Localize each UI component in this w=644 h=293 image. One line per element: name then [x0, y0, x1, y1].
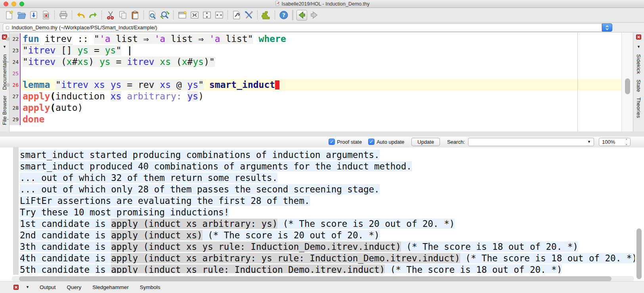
tab-symbols[interactable]: Symbols	[140, 284, 161, 290]
close-buffer-button[interactable]	[40, 10, 51, 21]
tab-output[interactable]: Output	[40, 284, 56, 290]
code-line: "itrev (x#xs) ys = itrev xs (x#ys)"	[21, 56, 621, 68]
plugin-manager-button[interactable]	[261, 10, 271, 21]
fold-marker-icon[interactable]	[6, 83, 10, 87]
output-text: (* The score is 18 out of 20. *)	[460, 253, 635, 263]
split-vertical-button[interactable]	[214, 10, 224, 21]
output-text: LiFtEr assertions are evaluating the fir…	[20, 196, 310, 206]
buffer-dropdown-button[interactable]	[602, 23, 612, 32]
search-label: Search:	[447, 139, 465, 145]
output-vertical-scrollbar-thumb[interactable]	[636, 228, 642, 279]
line-number: 23	[12, 48, 19, 53]
close-window-button[interactable]	[4, 2, 8, 6]
undo-button[interactable]	[75, 10, 86, 21]
sendback-proof-text[interactable]: apply (induct xs rule: Induction_Demo.it…	[111, 264, 385, 273]
buffer-selector[interactable]: ▢ Induction_Demo.thy (~/Workplace/PSL/Sm…	[3, 23, 602, 32]
code-line: apply(induction xs arbitrary: ys)	[21, 91, 621, 102]
document-icon	[275, 1, 280, 7]
paste-button[interactable]	[130, 10, 140, 21]
search-input[interactable]: ▼	[468, 138, 594, 146]
redo-button[interactable]	[88, 10, 98, 21]
unsplit-button[interactable]	[189, 10, 200, 21]
tab-sledgehammer[interactable]: Sledgehammer	[92, 284, 129, 290]
close-dock-button[interactable]	[636, 34, 641, 40]
output-text: 5th candidate is	[20, 264, 111, 273]
dock-button-sidekick[interactable]: Sidekick	[636, 54, 642, 74]
line-number-row: 25	[10, 68, 20, 79]
dock-menu-arrow-icon[interactable]: ▼	[26, 285, 29, 289]
zoom-window-button[interactable]	[19, 2, 24, 6]
fold-marker-icon[interactable]	[6, 37, 10, 41]
open-file-icon	[17, 10, 26, 20]
code-line: fun itrev :: "'a list ⇒ 'a list ⇒ 'a lis…	[21, 33, 621, 45]
code-token: ::	[72, 34, 94, 44]
output-line: smart_induct produced 40 combinations of…	[0, 161, 635, 172]
print-icon	[59, 10, 68, 20]
help-button[interactable]: ?	[278, 10, 289, 21]
global-options-button[interactable]	[243, 10, 254, 21]
toolbar-separator	[101, 11, 102, 19]
sendback-proof-text[interactable]: apply (induct xs)	[111, 230, 202, 240]
spinner-arrows-icon[interactable]: ⌃⌄	[625, 139, 628, 146]
cut-button[interactable]	[105, 10, 116, 21]
code-token: list ⇒	[165, 34, 209, 44]
code-token	[50, 80, 55, 90]
code-token: 'a	[154, 34, 165, 44]
toolbar-separator	[173, 11, 174, 19]
panel-splitter[interactable]	[0, 131, 644, 137]
buffer-status-icon: ▢	[6, 25, 9, 30]
sendback-proof-text[interactable]: apply (induct xs arbitrary: ys rule: Ind…	[111, 253, 460, 263]
sendback-proof-text[interactable]: apply (induct xs arbitrary: ys)	[111, 219, 277, 229]
toolbar: ?	[0, 8, 644, 23]
find-next-button[interactable]	[159, 10, 170, 21]
output-horizontal-scrollbar[interactable]	[12, 276, 634, 282]
nav-forward-button[interactable]	[309, 10, 319, 21]
tab-query[interactable]: Query	[67, 284, 81, 290]
dock-popup-arrow-icon[interactable]: ▼	[637, 45, 640, 49]
toolbar-separator	[292, 10, 293, 20]
code-token: ys	[111, 80, 122, 90]
new-file-icon	[4, 10, 14, 20]
editor-vertical-scrollbar[interactable]	[621, 32, 633, 131]
dock-button-state[interactable]: State	[636, 80, 642, 92]
line-number: 22	[12, 36, 19, 42]
output-horizontal-scrollbar-thumb[interactable]	[19, 276, 612, 281]
code-token: @	[171, 80, 187, 90]
proof-state-checkbox[interactable]: ✓	[329, 139, 335, 145]
buffer-bar: ▢ Induction_Demo.thy (~/Workplace/PSL/Sm…	[0, 23, 644, 32]
buffer-options-button[interactable]	[231, 10, 242, 21]
output-text: (* The score is 18 out of 20. *)	[401, 242, 578, 252]
code-token: lemma	[23, 80, 50, 90]
update-button[interactable]: Update	[411, 138, 440, 146]
code-token: ys	[187, 80, 199, 90]
output-line: ... out of which only 28 of them passes …	[0, 184, 635, 195]
dock-button-theories[interactable]: Theories	[636, 97, 642, 118]
zoom-spinner[interactable]: 100% ⌃⌄	[599, 138, 631, 146]
sendback-proof-text[interactable]: apply (induct xs ys rule: Induction_Demo…	[111, 242, 401, 252]
open-file-button[interactable]	[16, 10, 27, 21]
output-text: smart_induct produced 40 combinations of…	[20, 161, 412, 171]
dock-popup-arrow-icon[interactable]: ▼	[3, 45, 6, 49]
combo-arrow-icon[interactable]: ▼	[587, 140, 591, 144]
code-token: ys	[187, 91, 199, 101]
code-editor[interactable]: fun itrev :: "'a list ⇒ 'a list ⇒ 'a lis…	[21, 32, 621, 131]
save-file-button[interactable]	[28, 10, 39, 21]
split-horizontal-button[interactable]	[201, 10, 212, 21]
code-token: x	[67, 57, 72, 67]
dock-button-file-browser[interactable]: File Browser	[2, 95, 8, 125]
editor-scrollbar-thumb[interactable]	[625, 78, 630, 94]
copy-button[interactable]	[117, 10, 128, 21]
cut-icon	[106, 10, 115, 20]
line-number-row: 26	[10, 79, 20, 91]
nav-back-button[interactable]	[296, 10, 307, 21]
new-view-icon	[178, 10, 187, 20]
new-view-button[interactable]	[177, 10, 187, 21]
find-button[interactable]	[147, 10, 158, 21]
close-output-button[interactable]	[13, 285, 19, 290]
new-file-button[interactable]	[4, 10, 14, 21]
print-button[interactable]	[58, 10, 69, 21]
auto-update-checkbox[interactable]: ✓	[368, 139, 375, 145]
minimize-window-button[interactable]	[11, 2, 16, 6]
redo-icon	[88, 10, 98, 20]
zoom-value: 100%	[602, 139, 615, 145]
